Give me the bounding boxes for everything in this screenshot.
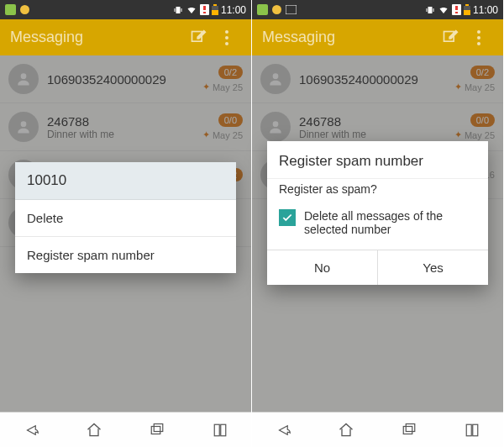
- app-title: Messaging: [262, 29, 436, 46]
- status-app-icon-1: [5, 4, 16, 15]
- compose-button[interactable]: [436, 29, 465, 46]
- app-bar: Messaging: [0, 19, 251, 55]
- recents-button[interactable]: [126, 413, 189, 447]
- svg-rect-4: [181, 8, 181, 12]
- overflow-menu-button[interactable]: [213, 30, 241, 45]
- status-bar: 11:00: [252, 0, 503, 19]
- svg-point-37: [477, 36, 480, 39]
- phone-right: 11:00 Messaging 10690352400000029 0/2 ✦M…: [252, 0, 504, 447]
- svg-point-13: [225, 36, 228, 39]
- context-menu-header: 10010: [15, 162, 236, 200]
- clock: 11:00: [221, 4, 246, 16]
- svg-rect-22: [220, 424, 225, 436]
- spam-dialog: Register spam number Register as spam? D…: [267, 141, 488, 285]
- dialog-message: Register as spam?: [267, 178, 488, 204]
- checkbox-label: Delete all messages of the selected numb…: [304, 209, 476, 236]
- svg-point-38: [477, 42, 480, 45]
- clock: 11:00: [473, 4, 498, 16]
- checkbox-icon: [279, 209, 296, 226]
- svg-rect-31: [455, 12, 458, 13]
- svg-point-12: [225, 30, 228, 34]
- svg-rect-8: [213, 4, 217, 6]
- recents-button[interactable]: [378, 413, 441, 447]
- dual-window-button[interactable]: [188, 413, 251, 447]
- battery-icon: [212, 4, 218, 15]
- svg-rect-21: [214, 424, 219, 436]
- compose-button[interactable]: [184, 29, 213, 46]
- svg-rect-25: [286, 5, 297, 14]
- back-button[interactable]: [252, 413, 315, 447]
- svg-rect-27: [426, 8, 427, 12]
- wifi-icon: [438, 5, 449, 15]
- home-button[interactable]: [315, 413, 378, 447]
- system-nav-bar: [252, 412, 503, 447]
- context-menu-delete[interactable]: Delete: [15, 200, 236, 237]
- wifi-icon: [186, 5, 197, 15]
- svg-point-1: [20, 5, 29, 14]
- context-menu-register-spam[interactable]: Register spam number: [15, 237, 236, 273]
- dialog-checkbox-row[interactable]: Delete all messages of the selected numb…: [267, 204, 488, 250]
- svg-point-36: [477, 30, 480, 34]
- dialog-title: Register spam number: [267, 141, 488, 178]
- dialog-buttons: No Yes: [267, 250, 488, 285]
- sim-error-icon: [452, 4, 461, 15]
- svg-rect-42: [403, 426, 412, 434]
- svg-rect-10: [212, 10, 218, 15]
- status-screenshot-icon: [286, 4, 297, 15]
- status-sync-icon: [271, 4, 282, 15]
- svg-point-24: [272, 5, 281, 14]
- vibrate-icon: [425, 5, 435, 15]
- svg-rect-7: [203, 12, 206, 13]
- status-bar: 11:00: [0, 0, 251, 19]
- svg-rect-0: [5, 4, 16, 15]
- system-nav-bar: [0, 412, 251, 447]
- svg-rect-28: [433, 8, 433, 12]
- context-menu: 10010 Delete Register spam number: [15, 162, 236, 273]
- status-app-icon-1: [257, 4, 268, 15]
- battery-icon: [464, 4, 470, 15]
- svg-rect-30: [455, 6, 458, 10]
- svg-rect-34: [464, 10, 470, 15]
- svg-rect-44: [466, 424, 471, 436]
- svg-rect-3: [174, 8, 175, 12]
- dialog-yes-button[interactable]: Yes: [378, 250, 488, 285]
- svg-rect-19: [151, 426, 160, 434]
- svg-rect-6: [203, 6, 206, 10]
- status-sync-icon: [19, 4, 30, 15]
- svg-rect-26: [428, 7, 432, 13]
- svg-point-14: [225, 42, 228, 45]
- svg-rect-32: [465, 4, 469, 6]
- app-title: Messaging: [10, 29, 184, 46]
- app-bar: Messaging: [252, 19, 503, 55]
- svg-rect-2: [176, 7, 180, 13]
- back-button[interactable]: [0, 413, 63, 447]
- vibrate-icon: [173, 5, 183, 15]
- svg-rect-20: [154, 423, 163, 431]
- dialog-no-button[interactable]: No: [267, 250, 378, 285]
- home-button[interactable]: [63, 413, 126, 447]
- svg-rect-43: [406, 423, 415, 431]
- svg-rect-23: [257, 4, 268, 15]
- sim-error-icon: [200, 4, 209, 15]
- dual-window-button[interactable]: [440, 413, 503, 447]
- overflow-menu-button[interactable]: [465, 30, 493, 45]
- phone-left: 11:00 Messaging 10690352400000029 0/2 ✦M…: [0, 0, 252, 447]
- svg-rect-45: [472, 424, 477, 436]
